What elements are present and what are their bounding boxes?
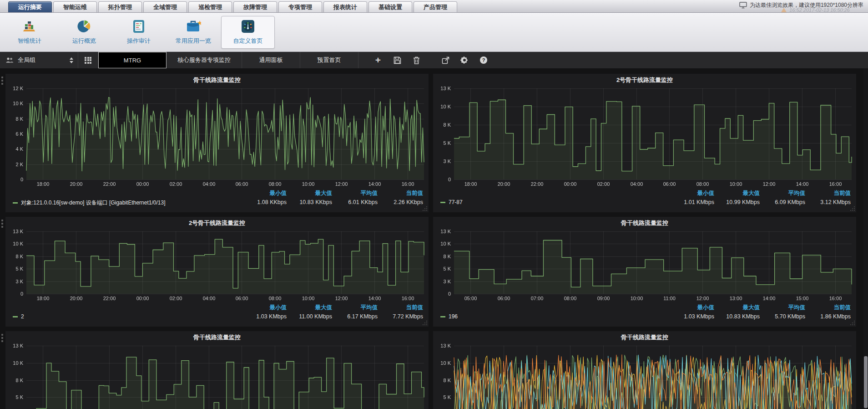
- settings-button[interactable]: [459, 55, 469, 65]
- stat-header-avg[interactable]: 平均值: [760, 189, 805, 199]
- panel-resize-grip[interactable]: [422, 206, 428, 211]
- series-color-dash: [440, 316, 445, 317]
- series-legend[interactable]: 2: [13, 313, 241, 320]
- monitor-icon: [739, 2, 747, 9]
- dashboard-tab[interactable]: 预置首页: [300, 52, 358, 68]
- app-item-3[interactable]: ★ 常用应用一览: [167, 16, 220, 49]
- stat-value-current: 2.26 KKbps: [378, 199, 423, 207]
- panel-title[interactable]: 骨干线路流量监控: [433, 217, 856, 229]
- group-selector[interactable]: 全局组: [0, 52, 78, 68]
- series-legend[interactable]: 196: [440, 313, 669, 320]
- settings-icon: [460, 56, 469, 64]
- dashboard-tab[interactable]: 通用面板: [242, 52, 300, 68]
- stat-value-min: 1.03 KMbps: [241, 313, 287, 320]
- stat-header-current[interactable]: 当前值: [805, 189, 851, 199]
- panel-title[interactable]: 骨干线路流量监控: [433, 331, 856, 343]
- scrollbar-thumb[interactable]: [864, 356, 868, 408]
- app-item-label: 运行概览: [72, 37, 96, 45]
- panel-title[interactable]: 2号骨干线路流量监控: [433, 74, 856, 86]
- panel-title[interactable]: 2号骨干线路流量监控: [5, 217, 429, 229]
- stat-header-current[interactable]: 当前值: [378, 304, 423, 313]
- series-color-dash: [440, 202, 445, 203]
- stat-header-avg[interactable]: 平均值: [332, 189, 378, 199]
- open-external-icon: [442, 56, 449, 64]
- stat-header-min[interactable]: 最小值: [669, 189, 714, 199]
- nav-tab[interactable]: 拓扑管理: [98, 1, 142, 12]
- stat-header-max[interactable]: 最大值: [287, 304, 332, 313]
- row-drag-handle[interactable]: [1, 334, 3, 342]
- nav-tab[interactable]: 运行摘要: [8, 1, 52, 12]
- stat-header-current[interactable]: 当前值: [378, 189, 423, 199]
- app-item-1[interactable]: 运行概览: [57, 16, 111, 49]
- row-drag-handle[interactable]: [1, 220, 3, 228]
- save-button[interactable]: [392, 55, 402, 65]
- panel-title[interactable]: 骨干线路流量监控: [5, 331, 429, 343]
- traffic-chart-canvas: [433, 86, 856, 189]
- resolution-tip-text: 为达最佳浏览效果，建议使用1920*1080分辨率: [750, 1, 863, 9]
- nav-tab[interactable]: 巡检管理: [188, 1, 232, 12]
- vertical-scrollbar[interactable]: [863, 68, 868, 409]
- nav-tab[interactable]: 智能运维: [53, 1, 97, 12]
- delete-button[interactable]: [411, 55, 421, 65]
- stat-value-min: 1.01 KMbps: [669, 199, 714, 205]
- app-item-4[interactable]: 自定义首页: [221, 16, 275, 49]
- stat-value-max: 10.83 KMbps: [714, 313, 760, 320]
- stat-header-current[interactable]: 当前值: [805, 304, 851, 313]
- pie-chart-icon: [76, 19, 92, 34]
- traffic-chart-canvas: [433, 343, 856, 409]
- app-item-0[interactable]: 智维统计: [3, 16, 56, 49]
- stat-value-avg: 6.17 KMbps: [332, 313, 378, 320]
- nav-tab[interactable]: 报表统计: [323, 1, 367, 12]
- series-color-dash: [13, 316, 18, 317]
- help-button[interactable]: ?: [479, 55, 489, 65]
- panel-resize-grip[interactable]: [850, 206, 855, 211]
- series-legend-text: 2: [21, 313, 24, 320]
- stat-header-min[interactable]: 最小值: [669, 304, 714, 313]
- stat-value-min: 1.08 KKbps: [241, 199, 287, 207]
- briefcase-star-icon: ★: [186, 19, 201, 34]
- group-icon: [5, 57, 14, 63]
- stat-header-avg[interactable]: 平均值: [332, 304, 378, 313]
- series-legend[interactable]: 对象:121.0.0.16[sw-demo] 设备端口 [GigabitEthe…: [13, 199, 241, 207]
- stat-value-min: 1.03 KMbps: [669, 313, 714, 320]
- layout-grid-button[interactable]: [78, 52, 98, 68]
- stat-value-avg: 5.70 KMbps: [760, 313, 805, 320]
- nav-tab[interactable]: 产品管理: [414, 1, 457, 12]
- delete-icon: [413, 56, 420, 64]
- open-external-button[interactable]: [440, 55, 450, 65]
- nav-tab[interactable]: 故障管理: [233, 1, 277, 12]
- panel-resize-grip[interactable]: [850, 320, 855, 326]
- traffic-chart-canvas: [5, 229, 429, 303]
- app-item-label: 自定义首页: [233, 37, 263, 45]
- app-item-2[interactable]: 操作审计: [112, 16, 166, 49]
- series-legend[interactable]: 77-87: [440, 199, 669, 205]
- nav-tab[interactable]: 基础设置: [368, 1, 412, 12]
- nav-tab[interactable]: 专项管理: [278, 1, 322, 12]
- help-icon: ?: [480, 56, 487, 64]
- stat-value-max: 10.99 KMbps: [714, 199, 760, 205]
- chart-panel-4: 骨干线路流量监控: [5, 331, 429, 409]
- bar-chart-icon: [22, 19, 37, 34]
- stat-header-min[interactable]: 最小值: [241, 304, 287, 313]
- app-item-label: 智维统计: [18, 37, 41, 45]
- panel-resize-grip[interactable]: [422, 320, 428, 326]
- add-button[interactable]: +: [373, 55, 383, 65]
- dashboard-tab[interactable]: MTRG: [98, 52, 167, 68]
- row-drag-handle[interactable]: [1, 77, 3, 85]
- stat-value-max: 11.00 KMbps: [287, 313, 332, 320]
- chart-panel-0: 骨干线路流量监控 最小值 最大值 平均值 当前值 对象:121.0.0.16[s…: [5, 74, 429, 212]
- stat-header-max[interactable]: 最大值: [714, 304, 760, 313]
- dashboard-tab[interactable]: 核心服务器专项监控: [167, 52, 242, 68]
- series-legend-text: 196: [449, 313, 458, 320]
- stat-header-max[interactable]: 最大值: [714, 189, 760, 199]
- panel-title[interactable]: 骨干线路流量监控: [5, 74, 429, 86]
- series-legend-text: 对象:121.0.0.16[sw-demo] 设备端口 [GigabitEthe…: [21, 199, 165, 207]
- stat-header-min[interactable]: 最小值: [241, 189, 287, 199]
- nav-tab[interactable]: 全域管理: [143, 1, 187, 12]
- stat-header-avg[interactable]: 平均值: [760, 304, 805, 313]
- stat-header-max[interactable]: 最大值: [287, 189, 332, 199]
- resolution-tip: 为达最佳浏览效果，建议使用1920*1080分辨率: [739, 1, 863, 9]
- chart-area: [5, 86, 429, 189]
- stat-value-avg: 6.01 KKbps: [332, 199, 378, 207]
- top-navigation: 运行摘要智能运维拓扑管理全域管理巡检管理故障管理专项管理报表统计基础设置产品管理…: [0, 0, 868, 13]
